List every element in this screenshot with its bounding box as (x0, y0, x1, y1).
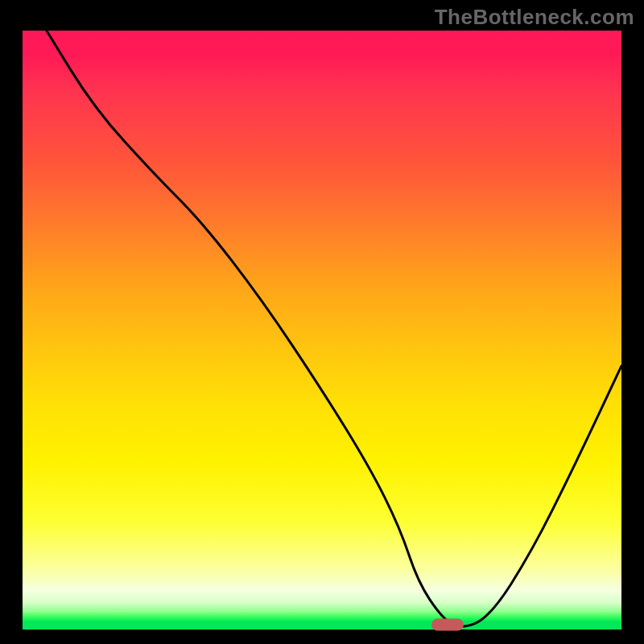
gradient-background (23, 31, 621, 630)
plot-area (23, 31, 621, 630)
watermark-text: TheBottleneck.com (435, 5, 634, 30)
chart-container: TheBottleneck.com (0, 0, 644, 644)
optimum-marker (431, 619, 464, 631)
